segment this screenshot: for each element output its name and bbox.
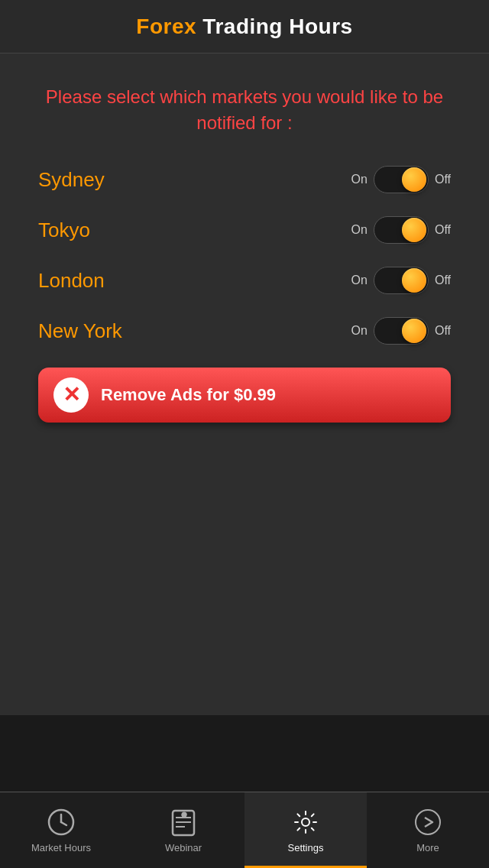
more-icon <box>413 807 443 837</box>
toggle-off-label-sydney: Off <box>435 173 451 186</box>
clock-icon <box>46 807 76 837</box>
market-name-sydney: Sydney <box>38 168 351 192</box>
toggle-on-label-tokyo: On <box>351 223 368 237</box>
toggle-off-label-london: Off <box>435 274 451 287</box>
tab-settings-label: Settings <box>288 842 324 853</box>
toggle-on-label-newyork: On <box>351 324 368 338</box>
toggle-london[interactable] <box>374 267 429 294</box>
title-forex: Forex <box>136 15 196 38</box>
app-header: Forex Trading Hours <box>0 0 489 53</box>
toggle-wrapper-tokyo: On Off <box>351 216 451 244</box>
tab-webinar-label: Webinar <box>165 842 202 853</box>
svg-line-2 <box>61 822 66 825</box>
market-row-newyork: New York On Off <box>23 317 466 345</box>
main-content: Please select which markets you would li… <box>0 53 489 438</box>
ad-banner <box>0 715 489 792</box>
toggle-thumb-tokyo <box>402 218 426 242</box>
toggle-wrapper-sydney: On Off <box>351 166 451 193</box>
webinar-icon: @ <box>168 807 199 837</box>
x-icon: ✕ <box>63 384 80 406</box>
toggle-tokyo[interactable] <box>374 216 429 244</box>
tab-market-hours-label: Market Hours <box>31 842 91 853</box>
settings-icon <box>290 807 321 837</box>
toggle-newyork[interactable] <box>374 317 429 345</box>
svg-point-10 <box>416 810 440 834</box>
toggle-thumb-london <box>402 268 426 293</box>
toggle-off-label-tokyo: Off <box>435 223 451 237</box>
market-name-newyork: New York <box>38 319 351 343</box>
toggle-off-label-newyork: Off <box>435 324 451 338</box>
toggle-wrapper-newyork: On Off <box>351 317 451 345</box>
toggle-sydney[interactable] <box>374 166 429 193</box>
page-subtitle: Please select which markets you would li… <box>23 84 466 135</box>
svg-text:@: @ <box>182 812 186 817</box>
toggle-on-label-sydney: On <box>351 173 368 186</box>
tab-market-hours[interactable]: Market Hours <box>0 792 122 868</box>
tab-webinar[interactable]: @ Webinar <box>122 792 244 868</box>
remove-ads-button[interactable]: ✕ Remove Ads for $0.99 <box>38 368 451 423</box>
toggle-on-label-london: On <box>351 274 368 287</box>
toggle-thumb-sydney <box>402 167 426 192</box>
title-trading: Trading Hours <box>196 15 353 38</box>
market-name-london: London <box>38 269 351 293</box>
market-row-tokyo: Tokyo On Off <box>23 216 466 244</box>
svg-point-9 <box>302 818 309 826</box>
toggle-wrapper-london: On Off <box>351 267 451 294</box>
remove-ads-label: Remove Ads for $0.99 <box>101 385 276 405</box>
market-row-london: London On Off <box>23 267 466 294</box>
market-name-tokyo: Tokyo <box>38 219 351 242</box>
remove-ads-icon: ✕ <box>53 377 89 413</box>
market-row-sydney: Sydney On Off <box>23 166 466 193</box>
tab-more[interactable]: More <box>367 792 489 868</box>
tab-more-label: More <box>416 842 439 853</box>
app-title: Forex Trading Hours <box>136 15 352 39</box>
tab-bar: Market Hours @ Webinar Settings <box>0 792 489 868</box>
tab-settings[interactable]: Settings <box>244 792 367 868</box>
toggle-thumb-newyork <box>402 319 426 343</box>
